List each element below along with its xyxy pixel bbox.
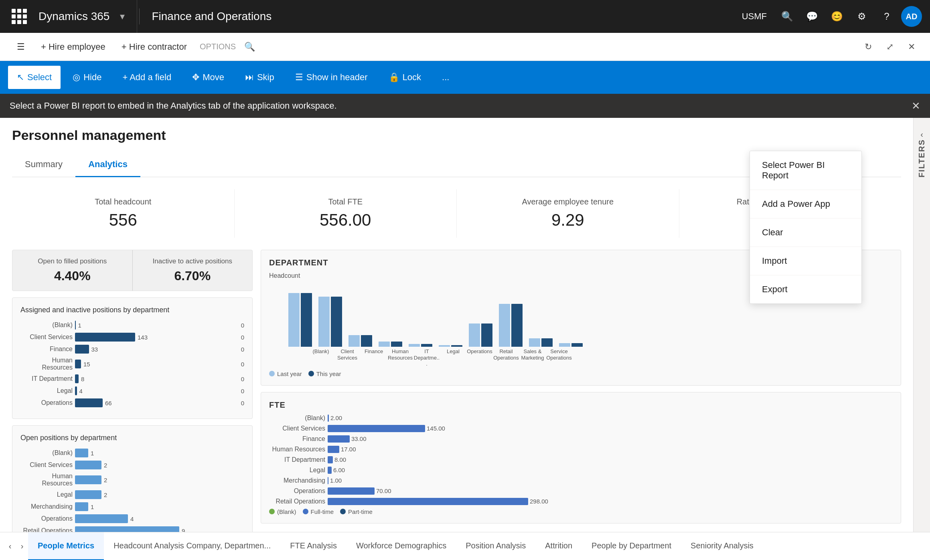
dept-bar-this-year	[421, 344, 432, 347]
dropdown-item[interactable]: Add a Power App	[750, 190, 861, 218]
toolbar-search-button[interactable]: 🔍	[241, 39, 257, 55]
apps-grid-button[interactable]	[8, 5, 30, 28]
help-nav-button[interactable]: ?	[876, 6, 897, 27]
open-bar-fill	[75, 514, 128, 523]
skip-label: Skip	[257, 72, 274, 83]
move-button[interactable]: ✥ Move	[183, 66, 233, 89]
d365-label[interactable]: Dynamics 365	[30, 10, 118, 23]
dept-y-axis	[269, 283, 285, 355]
app-title: Finance and Operations	[142, 10, 282, 23]
dept-bar-this-year	[511, 304, 523, 347]
close-window-button[interactable]: ✕	[903, 38, 920, 56]
kpi-headcount-value: 556	[16, 210, 230, 230]
tab-analytics[interactable]: Analytics	[75, 153, 140, 177]
dropdown-item[interactable]: Export	[750, 275, 861, 303]
popout-button[interactable]: ⤢	[881, 38, 899, 56]
dept-x-label: Sales & Marketing	[519, 348, 546, 367]
fte-bar-area: 145.00	[328, 425, 893, 432]
message-close-button[interactable]: ✕	[912, 100, 920, 112]
open-bar-row: Retail Operations 9	[20, 526, 244, 532]
smiley-nav-button[interactable]: 😊	[827, 6, 847, 27]
nav-content: Dynamics 365 ▾ Finance and Operations US…	[8, 0, 922, 33]
bottom-tab-item[interactable]: Workforce Demographics	[346, 532, 456, 560]
inactive-bar-value: 0	[241, 334, 244, 341]
kpi-fte-value: 556.00	[239, 210, 453, 230]
dept-bar-group	[348, 335, 372, 347]
bottom-tabs: ‹ › People MetricsHeadcount Analysis Com…	[0, 532, 930, 560]
bottom-tab-item[interactable]: People Metrics	[28, 532, 104, 560]
dropdown-item[interactable]: Clear	[750, 218, 861, 247]
assigned-bar-row: Client Services 143 0	[20, 333, 244, 342]
inactive-bar-value: 0	[241, 361, 244, 368]
lock-button[interactable]: 🔒 Lock	[380, 66, 430, 89]
assigned-bar-label: Legal	[20, 387, 73, 394]
bottom-tab-item[interactable]: Seniority Analysis	[681, 532, 763, 560]
fte-bar-fill	[328, 467, 332, 474]
toolbar-right: ↻ ⤢ ✕	[859, 38, 920, 56]
dept-x-label: IT Departme...	[413, 348, 440, 367]
dept-bar-last-year	[288, 293, 300, 347]
fte-row-value: 2.00	[330, 414, 342, 421]
hire-employee-button[interactable]: + Hire employee	[34, 36, 113, 57]
fte-bar-row: Client Services 145.00	[269, 425, 893, 432]
avatar[interactable]: AD	[901, 6, 922, 27]
open-bar-value: 4	[130, 516, 134, 522]
filters-chevron-icon[interactable]: ‹	[920, 130, 923, 139]
assigned-bar-track: 1	[75, 321, 236, 330]
dept-bar-this-year	[541, 338, 553, 347]
d365-arrow[interactable]: ▾	[120, 11, 125, 22]
dept-bar-last-year	[379, 342, 390, 347]
open-bar-label: Client Services	[20, 461, 73, 469]
skip-button[interactable]: ⏭ Skip	[236, 66, 283, 89]
nav-right: USMF 🔍 💬 😊 ⚙ ? AD	[742, 6, 922, 27]
assigned-bar-fill	[75, 398, 103, 407]
fte-bar-row: Retail Operations 298.00	[269, 498, 893, 505]
stat-open-value: 4.40%	[16, 269, 128, 283]
fte-row-value: 17.00	[341, 446, 356, 453]
options-label: OPTIONS	[196, 42, 240, 51]
open-bar-label: Legal	[20, 491, 73, 498]
hamburger-menu-button[interactable]: ☰	[10, 36, 32, 57]
chat-nav-button[interactable]: 💬	[802, 6, 823, 27]
bottom-tab-next[interactable]: ›	[16, 542, 28, 551]
open-bar-row: Human Resources 2	[20, 473, 244, 487]
more-options-button[interactable]: ...	[433, 66, 458, 89]
bottom-tab-item[interactable]: Attrition	[535, 532, 582, 560]
show-header-button[interactable]: ☰ Show in header	[286, 66, 377, 89]
open-positions-bars: (Blank) 1 Client Services 2 Human Resour…	[20, 449, 244, 532]
dropdown-item[interactable]: Import	[750, 247, 861, 275]
tab-summary[interactable]: Summary	[12, 153, 75, 177]
brand-area: Dynamics 365 ▾	[30, 0, 137, 33]
assigned-bar-row: (Blank) 1 0	[20, 321, 244, 330]
dept-bar-this-year	[451, 345, 462, 347]
open-bar-row: Legal 2	[20, 490, 244, 499]
apps-grid-icon	[12, 9, 27, 24]
legend-this-year-label: This year	[316, 370, 341, 377]
dept-bar-this-year	[571, 343, 583, 347]
dept-bar-last-year	[439, 345, 450, 347]
dropdown-item[interactable]: Select Power BI Report	[750, 151, 861, 190]
bottom-tab-item[interactable]: FTE Analysis	[280, 532, 346, 560]
filters-panel[interactable]: ‹ FILTERS	[913, 118, 930, 532]
refresh-button[interactable]: ↻	[859, 38, 877, 56]
hide-label: Hide	[83, 72, 101, 83]
assigned-bar-row: IT Department 8 0	[20, 374, 244, 383]
legend-last-year-dot	[269, 371, 275, 376]
open-bar-track: 2	[75, 461, 244, 469]
assigned-bar-value: 1	[78, 322, 81, 329]
select-button[interactable]: ↖ Select	[8, 66, 61, 89]
bottom-tab-prev[interactable]: ‹	[4, 542, 16, 551]
settings-nav-button[interactable]: ⚙	[851, 6, 872, 27]
hire-contractor-button[interactable]: + Hire contractor	[114, 36, 194, 57]
bottom-tab-item[interactable]: People by Department	[582, 532, 681, 560]
bottom-tab-item[interactable]: Position Analysis	[456, 532, 535, 560]
hide-button[interactable]: ◎ Hide	[64, 66, 110, 89]
toolbar: ☰ + Hire employee + Hire contractor OPTI…	[0, 33, 930, 61]
add-field-button[interactable]: + Add a field	[113, 66, 180, 89]
fte-row-value: 70.00	[376, 487, 391, 494]
show-header-label: Show in header	[306, 72, 368, 83]
search-nav-button[interactable]: 🔍	[777, 6, 798, 27]
fte-bar-area: 70.00	[328, 487, 893, 495]
stat-inactive-value: 6.70%	[137, 269, 249, 283]
bottom-tab-item[interactable]: Headcount Analysis Company, Departmen...	[104, 532, 280, 560]
